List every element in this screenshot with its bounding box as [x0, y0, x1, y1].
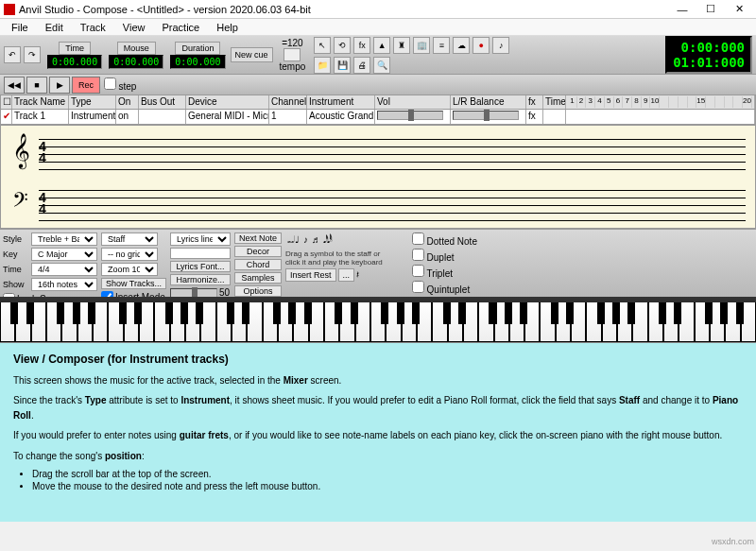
col-device[interactable]: Device [186, 95, 269, 109]
black-key[interactable] [659, 302, 666, 324]
track-name[interactable]: Track 1 [12, 110, 69, 124]
menu-practice[interactable]: Practice [154, 20, 207, 35]
eighth-note-icon[interactable]: ♪ [303, 234, 308, 246]
folder-icon[interactable]: 📁 [314, 57, 331, 74]
showtracks-button[interactable]: Show Tracks... [101, 278, 166, 289]
lyrics-input[interactable] [170, 248, 231, 259]
black-key[interactable] [351, 302, 358, 324]
black-key[interactable] [566, 302, 574, 324]
col-check[interactable]: ☐ [1, 95, 12, 109]
black-key[interactable] [505, 302, 512, 324]
col-on[interactable]: On [116, 95, 139, 109]
track-row[interactable]: ✔ Track 1 Instrument on General MIDI - M… [0, 110, 756, 125]
track-on[interactable]: on [116, 110, 139, 124]
duplet-checkbox[interactable]: Duplet [412, 249, 477, 263]
black-key[interactable] [551, 302, 558, 324]
white-key[interactable] [370, 302, 386, 342]
newcue-button[interactable]: New cue [231, 47, 273, 62]
black-key[interactable] [612, 302, 620, 324]
harmonize-button[interactable]: Harmonize... [170, 274, 231, 285]
track-time[interactable] [543, 110, 566, 124]
track-type[interactable]: Instrument [69, 110, 116, 124]
record-button[interactable]: Rec [72, 77, 100, 94]
white-key[interactable] [540, 302, 555, 342]
score-area[interactable]: 𝄞 44 𝄢 44 [0, 125, 756, 229]
quarter-note-icon[interactable]: ♩ [295, 234, 300, 246]
black-key[interactable] [134, 302, 142, 324]
menu-track[interactable]: Track [73, 20, 113, 35]
menu-file[interactable]: File [4, 20, 36, 35]
record-icon[interactable]: ● [472, 37, 490, 54]
black-key[interactable] [165, 302, 173, 324]
undo-icon[interactable]: ↶ [4, 46, 21, 63]
track-device[interactable]: General MIDI - Microso [186, 110, 269, 124]
nextnote-button[interactable]: Next Note [234, 232, 282, 244]
black-key[interactable] [88, 302, 95, 324]
track-lane[interactable] [566, 110, 755, 124]
white-key[interactable] [432, 302, 447, 342]
black-key[interactable] [397, 302, 404, 324]
track-instrument[interactable]: Acoustic Grand [307, 110, 375, 124]
black-key[interactable] [242, 302, 249, 324]
col-fx[interactable]: fx [526, 95, 543, 109]
time-ruler[interactable]: 123456789101520 [566, 95, 755, 109]
black-key[interactable] [489, 302, 496, 324]
col-vol[interactable]: Vol [375, 95, 451, 109]
menu-view[interactable]: View [115, 20, 153, 35]
cursor-icon[interactable]: ↖ [314, 37, 331, 54]
track-check[interactable]: ✔ [1, 110, 12, 124]
col-time[interactable]: Time [543, 95, 566, 109]
options-button[interactable]: Options [234, 285, 282, 297]
menu-help[interactable]: Help [209, 20, 246, 35]
track-vol-slider[interactable] [375, 110, 451, 124]
black-key[interactable] [10, 302, 18, 324]
fx-icon[interactable]: fx [353, 37, 370, 54]
black-key[interactable] [227, 302, 234, 324]
white-key[interactable] [586, 302, 601, 342]
col-balance[interactable]: L/R Balance [451, 95, 526, 109]
show-select[interactable]: 16th notes [31, 278, 97, 291]
black-key[interactable] [627, 302, 635, 324]
black-key[interactable] [73, 302, 80, 324]
menu-edit[interactable]: Edit [38, 20, 71, 35]
black-key[interactable] [180, 302, 188, 324]
white-key[interactable] [324, 302, 339, 342]
rewind-button[interactable]: ◀◀ [4, 77, 25, 94]
bass-staff[interactable]: 𝄢 44 [39, 190, 746, 228]
black-key[interactable] [412, 302, 420, 324]
minimize-button[interactable]: — [669, 1, 696, 18]
track-channel[interactable]: 1 [269, 110, 307, 124]
sixteenth-note-icon[interactable]: ♬ [312, 234, 319, 246]
print-icon[interactable]: 🖨 [353, 57, 370, 74]
redo-icon[interactable]: ↷ [24, 46, 41, 63]
col-bus[interactable]: Bus Out [139, 95, 186, 109]
metronome-icon[interactable] [284, 48, 301, 61]
white-key[interactable] [216, 302, 232, 342]
black-key[interactable] [119, 302, 127, 324]
black-key[interactable] [273, 302, 281, 324]
dotted-checkbox[interactable]: Dotted Note [412, 232, 477, 247]
col-trackname[interactable]: Track Name [12, 95, 69, 109]
col-instrument[interactable]: Instrument [307, 95, 375, 109]
black-key[interactable] [335, 302, 342, 324]
black-key[interactable] [458, 302, 466, 324]
grid-select[interactable]: -- no grid -- [101, 248, 158, 261]
screen-icon[interactable]: ☁ [453, 37, 470, 54]
black-key[interactable] [443, 302, 451, 324]
zoom-icon[interactable]: 🔍 [373, 57, 390, 74]
triplet-checkbox[interactable]: Triplet [412, 265, 477, 279]
black-key[interactable] [288, 302, 296, 324]
tower-icon[interactable]: ♜ [393, 37, 410, 54]
staff-select[interactable]: Staff [101, 232, 158, 246]
chord-button[interactable]: Chord [234, 259, 282, 270]
black-key[interactable] [705, 302, 713, 324]
lyricsfont-button[interactable]: Lyrics Font... [170, 261, 231, 272]
piano-keyboard[interactable] [0, 297, 756, 342]
black-key[interactable] [304, 302, 312, 324]
white-key[interactable] [0, 302, 15, 342]
samples-button[interactable]: Samples [234, 272, 282, 284]
play-button[interactable]: ▶ [49, 77, 70, 94]
close-button[interactable]: ✕ [726, 1, 752, 18]
stop-button[interactable]: ■ [26, 77, 47, 94]
black-key[interactable] [196, 302, 203, 324]
